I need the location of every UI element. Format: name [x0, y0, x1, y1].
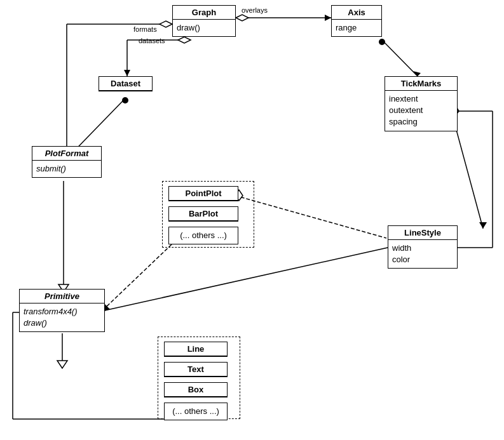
plotformat-class-name: PlotFormat [32, 147, 101, 161]
graph-method-draw: draw() [177, 22, 231, 34]
svg-marker-5 [160, 21, 172, 27]
box-class: Box [164, 382, 228, 397]
axis-class: Axis range [331, 5, 382, 37]
tickmarks-class-name: TickMarks [385, 77, 457, 91]
svg-marker-18 [413, 71, 421, 76]
tickmarks-class: TickMarks inextent outextent spacing [385, 76, 458, 131]
svg-marker-1 [325, 15, 331, 21]
svg-marker-2 [236, 15, 249, 21]
linestyle-class: LineStyle width color [388, 225, 458, 269]
linestyle-class-name: LineStyle [388, 226, 457, 240]
axis-class-name: Axis [332, 6, 381, 20]
others-prim-class: (... others ...) [164, 403, 228, 420]
linestyle-attr-color: color [392, 254, 453, 265]
svg-line-26 [100, 244, 172, 312]
pointplot-class-name: PointPlot [169, 187, 238, 201]
barplot-class: BarPlot [168, 206, 238, 222]
tickmarks-attr-inextent: inextent [389, 93, 453, 105]
overlays-label: overlays [242, 6, 268, 14]
svg-line-16 [382, 40, 418, 76]
formats-label: formats [133, 25, 157, 33]
svg-marker-31 [57, 361, 67, 368]
svg-point-14 [122, 97, 128, 103]
svg-point-17 [379, 39, 385, 45]
graph-class: Graph draw() [172, 5, 236, 37]
pointplot-class: PointPlot [168, 186, 238, 201]
primitive-class: Primitive transform4x4() draw() [19, 289, 105, 332]
uml-diagram: overlays formats datasets [0, 0, 504, 440]
tickmarks-attr-spacing: spacing [389, 116, 453, 128]
primitive-method-transform: transform4x4() [24, 306, 100, 317]
svg-marker-11 [178, 37, 191, 43]
svg-line-24 [235, 196, 386, 238]
others-prim-label: (... others ...) [168, 406, 223, 417]
axis-attr-range: range [336, 22, 378, 34]
text-class-name: Text [165, 363, 227, 377]
svg-marker-21 [479, 222, 487, 229]
graph-class-name: Graph [173, 6, 235, 20]
barplot-class-name: BarPlot [169, 207, 238, 221]
tickmarks-attr-outextent: outextent [389, 105, 453, 116]
datasets-label: datasets [139, 37, 165, 44]
primitive-class-name: Primitive [20, 290, 104, 303]
text-class: Text [164, 362, 228, 377]
others-plot-class: (... others ...) [168, 227, 238, 244]
plotformat-method-submit: submit() [36, 163, 97, 175]
others-plot-label: (... others ...) [173, 230, 234, 241]
line-class: Line [164, 342, 228, 357]
svg-marker-12 [124, 70, 130, 76]
primitive-method-draw: draw() [24, 317, 100, 329]
plotformat-class: PlotFormat submit() [32, 146, 102, 178]
box-class-name: Box [165, 383, 227, 397]
dataset-class-name: Dataset [99, 77, 152, 91]
line-class-name: Line [165, 342, 227, 356]
svg-line-28 [102, 248, 388, 311]
dataset-class: Dataset [99, 76, 153, 91]
linestyle-attr-width: width [392, 243, 453, 254]
